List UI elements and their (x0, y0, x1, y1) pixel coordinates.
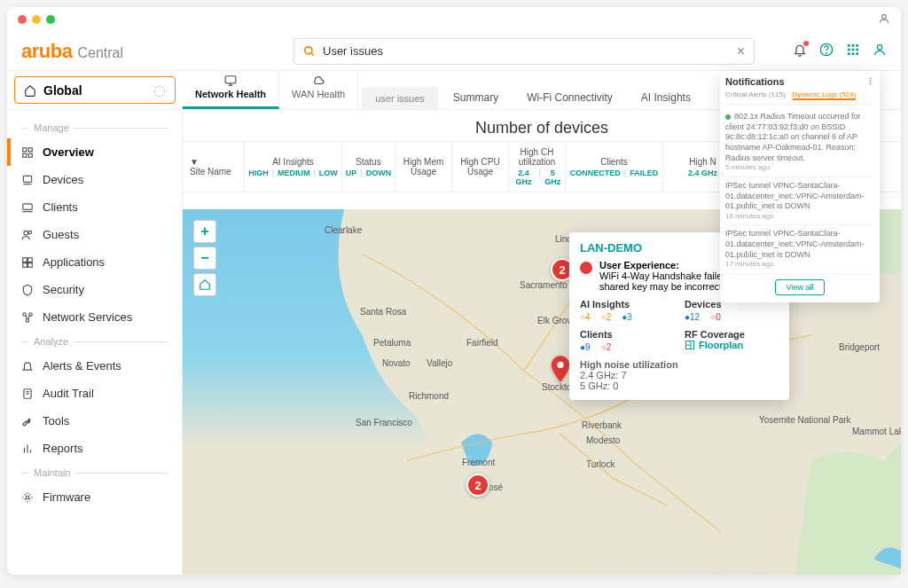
notif-item[interactable]: IPSec tunnel VPNC-SantaClara-01.datacent… (725, 177, 874, 225)
sidebar-item-security[interactable]: Security (7, 276, 182, 303)
svg-point-27 (28, 231, 32, 234)
tab-wan-health[interactable]: WAN Health (279, 71, 358, 109)
search-suggestion[interactable]: user issues (362, 87, 438, 109)
monitor-icon (223, 74, 239, 87)
device-icon (21, 174, 34, 186)
cloud-icon (310, 74, 326, 87)
city-label: Fremont (462, 458, 495, 467)
notif-tab-critical[interactable]: Critical Alerts (115) (725, 90, 786, 100)
tab-summary[interactable]: Summary (440, 85, 512, 109)
bell-icon[interactable] (793, 43, 807, 60)
th-clients[interactable]: ClientsCONNECTED|FAILED (566, 142, 663, 192)
sidebar-item-clients[interactable]: Clients (7, 193, 182, 221)
apps-icon[interactable] (846, 43, 860, 60)
city-label: Santa Rosa (360, 307, 406, 317)
sidebar-item-alerts[interactable]: Alerts & Events (7, 352, 182, 380)
city-label: San Francisco (356, 418, 412, 427)
status-dot-icon (725, 114, 731, 120)
window-close-icon[interactable] (18, 15, 27, 24)
city-label: Richmond (409, 391, 449, 401)
svg-rect-29 (28, 257, 33, 262)
home-icon (199, 278, 211, 291)
sidebar-item-reports[interactable]: Reports (7, 435, 182, 462)
brand-logo: aruba Central (21, 40, 123, 63)
sidebar-group-manage: Manage (7, 117, 182, 138)
zoom-in-button[interactable]: + (193, 220, 216, 243)
svg-point-14 (877, 44, 881, 49)
th-ch[interactable]: High CH utilization2.4 GHz|5 GHz (509, 142, 566, 192)
zoom-out-button[interactable]: − (193, 247, 216, 270)
notif-item[interactable]: IPSec tunnel VPNC-SantaClara-01.datacent… (725, 225, 874, 273)
document-icon (21, 388, 34, 400)
svg-rect-28 (23, 257, 27, 262)
loading-icon: ◌ (153, 82, 166, 98)
svg-rect-12 (852, 52, 855, 55)
sidebar-item-applications[interactable]: Applications (7, 248, 182, 276)
tab-wifi-connectivity[interactable]: Wi-Fi Connectivity (513, 85, 626, 109)
gear-icon (21, 491, 34, 504)
floorplan-link[interactable]: Floorplan (685, 340, 779, 350)
view-all-button[interactable]: View all (775, 279, 826, 295)
brand-main: aruba (21, 40, 72, 63)
grid-icon (21, 146, 34, 159)
notif-item[interactable]: 802.1x Radius Timeout occurred for clien… (725, 108, 874, 177)
account-icon[interactable] (873, 43, 887, 60)
search-bar[interactable]: × (294, 38, 755, 65)
context-selector[interactable]: Global ◌ (14, 76, 176, 104)
popup-devices: Devices ●12○0 (685, 299, 779, 322)
sidebar-group-maintain: Maintain (7, 462, 182, 483)
svg-point-1 (305, 46, 312, 53)
svg-rect-13 (856, 52, 858, 55)
notif-tab-dynamic[interactable]: Dynamic Logs (524) (793, 90, 857, 100)
sidebar-item-network-services[interactable]: Network Services (7, 303, 182, 331)
th-site[interactable]: ▼ Site Name (183, 142, 245, 192)
laptop-icon (21, 201, 34, 214)
sidebar-item-overview[interactable]: Overview (7, 138, 182, 166)
map-marker[interactable]: 2 (466, 474, 489, 497)
tab-network-health[interactable]: Network Health (183, 71, 279, 109)
svg-point-4 (826, 52, 827, 53)
window-min-icon[interactable] (32, 15, 41, 24)
tab-ai-insights[interactable]: AI Insights (628, 85, 704, 109)
sidebar-item-devices[interactable]: Devices (7, 166, 182, 193)
notifications-panel: Notifications ⋮ Critical Alerts (115) Dy… (720, 71, 880, 302)
svg-point-44 (557, 362, 563, 368)
sidebar-item-firmware[interactable]: Firmware (7, 483, 182, 511)
home-icon (24, 84, 36, 97)
user-menu-icon[interactable] (878, 12, 890, 27)
search-clear-icon[interactable]: × (737, 43, 745, 59)
th-status[interactable]: StatusUP|DOWN (342, 142, 395, 192)
map-home-button[interactable] (193, 273, 216, 296)
popup-clients: Clients ●9○2 (580, 329, 674, 352)
shield-icon (21, 284, 34, 296)
svg-rect-11 (848, 52, 850, 55)
svg-rect-30 (23, 263, 27, 267)
svg-rect-8 (848, 48, 850, 51)
help-icon[interactable] (819, 43, 834, 60)
sidebar-item-guests[interactable]: Guests (7, 221, 182, 248)
sidebar-item-tools[interactable]: Tools (7, 407, 182, 435)
popup-rf-coverage: RF Coverage Floorplan (685, 329, 779, 352)
th-cpu[interactable]: High CPU Usage (452, 142, 509, 192)
search-icon (303, 45, 316, 58)
context-label: Global (43, 83, 82, 98)
sidebar-item-audit[interactable]: Audit Trail (7, 380, 182, 407)
svg-rect-18 (23, 147, 27, 151)
city-label: Bridgeport (839, 342, 880, 352)
city-label: Riverbank (582, 420, 622, 430)
search-input[interactable] (323, 44, 737, 58)
notif-menu-icon[interactable]: ⋮ (866, 77, 874, 86)
map-pin[interactable] (551, 356, 568, 380)
svg-rect-31 (28, 263, 33, 267)
th-mem[interactable]: High Mem Usage (395, 142, 452, 192)
svg-rect-22 (23, 176, 31, 182)
city-label: Mammot Lakes (852, 427, 901, 436)
svg-line-36 (28, 315, 30, 318)
window-max-icon[interactable] (46, 15, 55, 24)
svg-point-26 (24, 231, 28, 235)
city-label: Sacramento (520, 280, 568, 290)
apps-grid-icon (21, 256, 34, 269)
notif-title: Notifications (725, 76, 785, 87)
bell-outline-icon (21, 360, 34, 372)
th-ai-insights[interactable]: AI InsightsHIGH|MEDIUM|LOW (245, 142, 342, 192)
